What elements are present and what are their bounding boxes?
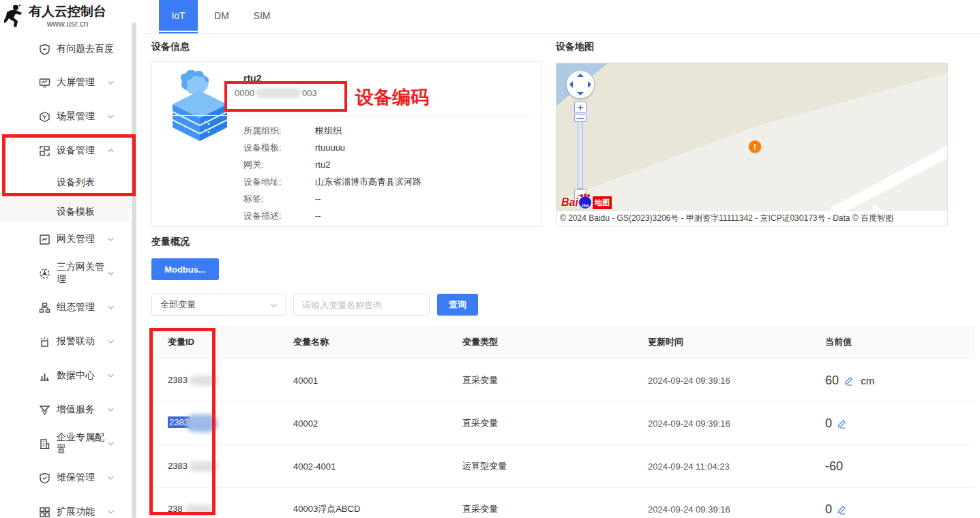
layers-icon xyxy=(39,404,50,416)
variable-name-cell: 4002-4001 xyxy=(293,461,462,472)
sidebar-item-label: 扩展功能 xyxy=(57,506,107,518)
shield-check-icon xyxy=(39,472,50,484)
sidebar-item-label: 报警联动 xyxy=(57,335,107,348)
baidu-logo-text: Bai xyxy=(561,196,578,209)
variable-type-cell: 运算型变量 xyxy=(462,460,648,472)
sidebar-item-gateway-mgmt[interactable]: 网关管理 xyxy=(0,222,130,256)
variables-table: 变量ID 变量名称 变量类型 更新时间 当前值 2383 40001 直采变量 … xyxy=(151,326,975,518)
gateway-chart-icon xyxy=(39,234,50,245)
sidebar-item-alarm-linkage[interactable]: 报警联动 xyxy=(0,324,130,359)
map-zoom-in-button[interactable]: + xyxy=(574,102,586,112)
sidebar-item-label: 维保管理 xyxy=(57,472,107,484)
device-code-suffix: 003 xyxy=(302,88,317,98)
query-button[interactable]: 查询 xyxy=(437,294,478,316)
table-row: 238 40003浮点ABCD 直采变量 2024-09-24 09:39:16… xyxy=(151,488,975,518)
bar-chart-icon xyxy=(39,370,50,382)
chevron-down-icon xyxy=(107,407,115,412)
sidebar-item-value-added[interactable]: 增值服务 xyxy=(0,393,130,427)
scene-box-icon xyxy=(39,111,50,123)
brand-logo-icon xyxy=(4,4,25,30)
field-label: 设备模板: xyxy=(243,142,315,154)
edit-value-icon[interactable] xyxy=(837,504,847,515)
device-map[interactable]: + — − ! Bai du 地图 © 2024 Baidu - GS(2023… xyxy=(556,63,948,226)
sidebar-item-label: 场景管理 xyxy=(57,110,107,123)
sidebar-item-maintenance-mgmt[interactable]: 维保管理 xyxy=(0,461,130,495)
variables-heading: 变量概况 xyxy=(151,236,190,248)
pan-left-icon[interactable] xyxy=(569,81,573,88)
variable-id-cell: 2383 xyxy=(151,461,293,472)
pan-up-icon[interactable] xyxy=(577,74,584,77)
card-divider xyxy=(163,115,531,116)
edit-value-icon[interactable] xyxy=(844,376,854,386)
chevron-up-icon xyxy=(107,148,115,153)
chevron-down-icon xyxy=(107,441,115,446)
grid-icon xyxy=(39,506,50,518)
field-value: rtu2 xyxy=(315,159,330,170)
map-zoom-slider[interactable] xyxy=(578,119,583,189)
sidebar-scrollbar[interactable] xyxy=(132,22,136,518)
map-zoom-thumb[interactable]: — xyxy=(574,114,586,122)
variable-id-cell: 2383 xyxy=(151,375,293,386)
field-value: 山东省淄博市高青县滨河路 xyxy=(315,176,421,188)
pan-down-icon[interactable] xyxy=(577,92,584,95)
sidebar-subitem-label: 设备列表 xyxy=(57,177,95,189)
field-value: -- xyxy=(315,194,321,204)
sidebar-item-device-mgmt[interactable]: 设备管理 xyxy=(0,134,130,168)
current-value-cell: -60 xyxy=(825,459,975,474)
device-map-heading: 设备地图 xyxy=(556,41,594,53)
tab-dm[interactable]: DM xyxy=(208,0,235,31)
sidebar-item-baidu-help[interactable]: 有问题去百度 xyxy=(0,32,130,66)
field-label: 设备描述: xyxy=(243,210,315,222)
sidebar-item-label: 增值服务 xyxy=(57,403,107,416)
variable-type-cell: 直采变量 xyxy=(462,374,648,386)
baidu-map-badge: 地图 xyxy=(592,196,612,210)
device-grid-icon xyxy=(39,145,50,157)
variable-filter-select[interactable]: 全部变量 xyxy=(151,294,286,316)
sidebar-item-label: 大屏管理 xyxy=(57,76,107,89)
chevron-down-icon xyxy=(107,509,115,515)
brand-subtitle: www.usr.cn xyxy=(29,19,106,29)
variable-id-cell: 238 xyxy=(151,504,293,515)
edit-value-icon[interactable] xyxy=(837,418,847,429)
field-value: -- xyxy=(315,211,321,221)
sidebar-subitem-device-list[interactable]: 设备列表 xyxy=(0,168,130,197)
device-code: 0000003 xyxy=(235,88,317,98)
map-pan-control[interactable] xyxy=(566,70,595,99)
map-device-marker[interactable]: ! xyxy=(749,140,761,153)
tab-iot[interactable]: IoT xyxy=(159,0,198,31)
variable-name-cell: 40003浮点ABCD xyxy=(293,503,462,515)
sidebar-item-thirdparty-gateway[interactable]: 三方网关管理 xyxy=(0,256,130,290)
pan-right-icon[interactable] xyxy=(588,81,591,88)
id-redacted xyxy=(185,504,213,515)
header-divider xyxy=(143,33,980,34)
chevron-down-icon xyxy=(107,271,115,276)
update-time-cell: 2024-09-24 09:39:16 xyxy=(648,376,825,386)
chevron-down-icon xyxy=(107,339,115,344)
id-redacted xyxy=(190,461,218,472)
update-time-cell: 2024-09-24 09:39:16 xyxy=(648,504,825,515)
col-header-current-value: 当前值 xyxy=(825,336,975,348)
variable-name-cell: 40002 xyxy=(293,418,462,429)
sidebar-item-screen-mgmt[interactable]: 大屏管理 xyxy=(0,65,130,100)
field-label: 网关: xyxy=(243,159,315,171)
device-icon xyxy=(167,70,233,144)
table-row: 2383 4002-4001 运算型变量 2024-09-24 11:04:23… xyxy=(151,445,975,488)
tab-sim[interactable]: SIM xyxy=(247,0,277,31)
sidebar-item-extensions[interactable]: 扩展功能 xyxy=(0,495,130,518)
field-label: 标签: xyxy=(243,193,315,205)
fan-icon xyxy=(39,268,50,279)
variable-search-input[interactable] xyxy=(293,294,430,316)
modbus-button[interactable]: Modbus... xyxy=(151,258,219,280)
chevron-down-icon xyxy=(107,475,115,481)
sidebar-item-label: 企业专属配置 xyxy=(57,431,107,456)
table-header-row: 变量ID 变量名称 变量类型 更新时间 当前值 xyxy=(151,326,975,359)
sidebar-item-enterprise-config[interactable]: 企业专属配置 xyxy=(0,427,130,461)
sidebar-item-scada-mgmt[interactable]: 组态管理 xyxy=(0,290,130,324)
alarm-icon xyxy=(39,336,50,348)
sidebar-item-data-center[interactable]: 数据中心 xyxy=(0,359,130,393)
field-value: rtuuuuu xyxy=(315,142,345,153)
sidebar-item-scene-mgmt[interactable]: 场景管理 xyxy=(0,100,130,134)
brand[interactable]: 有人云控制台 www.usr.cn xyxy=(4,4,106,30)
update-time-cell: 2024-09-24 11:04:23 xyxy=(648,461,825,472)
usr-cloud-console: 有人云控制台 www.usr.cn 有问题去百度 大屏管理 场景管理 设备管理 … xyxy=(0,0,980,518)
